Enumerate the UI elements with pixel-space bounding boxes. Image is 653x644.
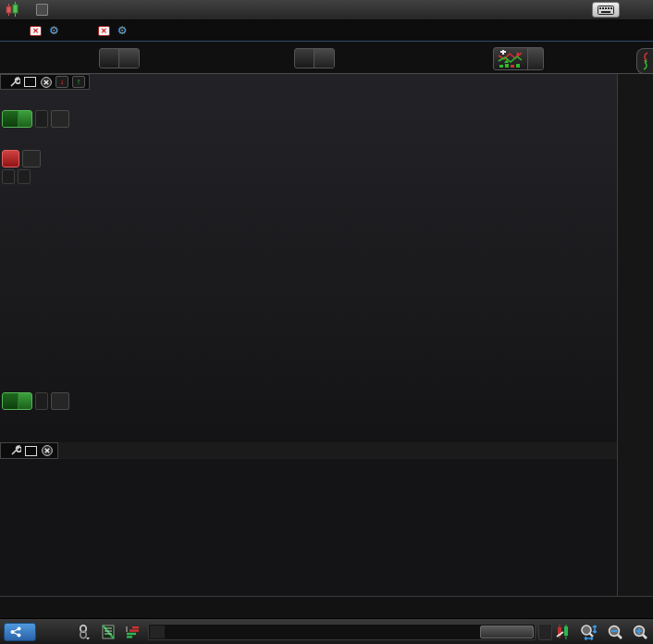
limit-order-badge-row [2, 392, 69, 410]
chart-style-icon [494, 48, 527, 69]
horizontal-scrollbar[interactable] [148, 624, 536, 640]
info-icon[interactable] [36, 4, 48, 16]
close-indicator-icon[interactable] [40, 77, 52, 88]
scroll-right-icon[interactable] [538, 624, 552, 640]
stop-order-badge-row [2, 110, 69, 128]
price-axis[interactable] [617, 74, 653, 596]
title-bar [0, 0, 653, 20]
orders-settings-gear-icon[interactable]: ⚙ [49, 26, 59, 36]
sell-arrow-icon[interactable]: ↓ [55, 76, 68, 88]
color-swatch-icon[interactable] [24, 77, 36, 88]
rsi-header[interactable] [0, 442, 58, 459]
scrollbar-handle[interactable] [480, 625, 534, 638]
cancel-orders-icon[interactable]: ✕ [30, 26, 42, 36]
collapse-panel-button[interactable] [636, 48, 653, 74]
position-settings-gear-icon[interactable]: ⚙ [117, 26, 128, 36]
close-indicator-icon[interactable] [41, 445, 53, 456]
date-axis[interactable] [0, 596, 653, 618]
zoom-fit-icon[interactable] [580, 624, 597, 640]
chart-toolbar [0, 42, 653, 74]
zoom-in-icon[interactable] [632, 624, 648, 640]
limit-order-label [18, 393, 31, 409]
wrench-icon[interactable] [8, 77, 20, 88]
limit-order-badge[interactable] [2, 392, 32, 410]
buy-sell-arrows-icon [642, 52, 649, 70]
indicator-header[interactable]: ↓ ↑ [0, 74, 90, 90]
wrench-icon[interactable] [9, 445, 21, 456]
position-gain-row [2, 169, 31, 184]
chevron-down-icon[interactable] [118, 49, 139, 68]
account-bar: ✕ ⚙ ✕ ⚙ [0, 20, 653, 42]
zoom-out-icon[interactable] [607, 624, 623, 640]
limit-order-pnl [35, 392, 48, 410]
order-book-icon[interactable] [124, 624, 141, 640]
stop-order-badge[interactable] [2, 110, 32, 128]
keyboard-icon[interactable] [592, 2, 620, 18]
quantity-dropdown[interactable] [99, 48, 140, 68]
report-page-icon[interactable] [100, 624, 117, 640]
position-gain [18, 169, 31, 184]
chevron-down-icon[interactable] [314, 49, 334, 68]
share-button[interactable] [4, 623, 36, 641]
scroll-left-icon[interactable] [150, 625, 165, 638]
window-controls [592, 2, 647, 18]
price-chart[interactable] [0, 74, 617, 442]
cancel-stop-order-button[interactable] [51, 110, 69, 128]
timeframe-value [295, 49, 314, 68]
cancel-limit-order-button[interactable] [51, 392, 69, 410]
link-accounts-icon[interactable] [76, 624, 92, 640]
stop-order-pnl [35, 110, 48, 128]
timeframe-dropdown[interactable] [294, 48, 335, 68]
rsi-chart[interactable] [0, 459, 617, 596]
trading-window: ✕ ⚙ ✕ ⚙ [0, 0, 653, 644]
position-summary: ✕ ⚙ [91, 26, 128, 36]
bottom-toolbar [0, 618, 653, 644]
drag-updown-icon[interactable] [3, 111, 18, 127]
chevron-down-icon[interactable] [527, 48, 543, 69]
position-badge-row [2, 150, 41, 167]
color-swatch-icon[interactable] [25, 445, 37, 456]
share-icon [10, 626, 21, 638]
buy-arrow-icon[interactable]: ↑ [72, 76, 85, 88]
candlestick-logo-icon [6, 2, 19, 18]
position-delta [2, 169, 15, 184]
chart-style-button[interactable] [493, 47, 544, 70]
close-position-button[interactable] [22, 150, 41, 167]
quantity-value [100, 49, 118, 68]
position-badge[interactable] [2, 150, 19, 167]
close-position-icon[interactable]: ✕ [98, 26, 110, 36]
candle-settings-icon[interactable] [555, 624, 572, 640]
drag-updown-icon[interactable] [3, 393, 18, 409]
orders-summary: ✕ ⚙ [22, 26, 59, 36]
stop-order-label [18, 111, 31, 127]
